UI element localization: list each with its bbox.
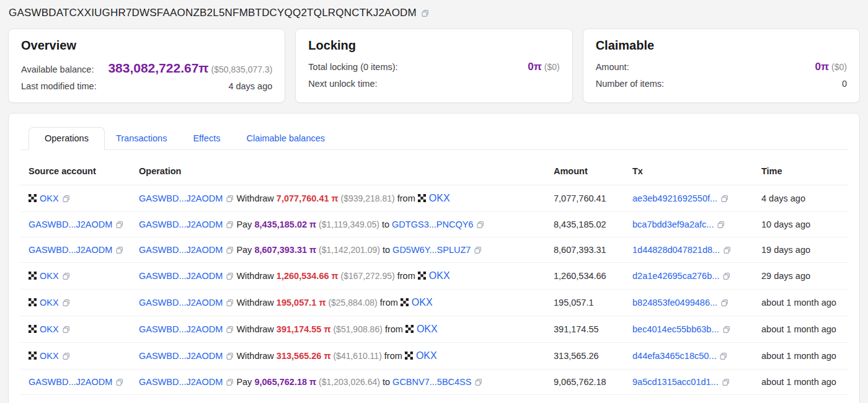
copy-icon[interactable] xyxy=(722,272,730,280)
tx-link[interactable]: d44efa3465c18c50... xyxy=(632,351,716,361)
tab-operations[interactable]: Operations xyxy=(29,127,105,150)
copy-icon[interactable] xyxy=(476,221,484,229)
copy-icon[interactable] xyxy=(226,195,234,203)
tx-link[interactable]: ae3eb4921692550f... xyxy=(632,193,717,203)
copy-icon[interactable] xyxy=(115,246,123,254)
okx-logo-icon xyxy=(29,272,37,280)
tx-link[interactable]: bca7bdd3ef9a2afc... xyxy=(632,219,714,229)
tx-link[interactable]: 9a5cd1315acc01d1... xyxy=(632,377,719,387)
okx-link[interactable]: OKX xyxy=(40,298,59,308)
copy-icon[interactable] xyxy=(723,246,731,254)
account-link[interactable]: GASWBD...J2AODM xyxy=(139,245,223,255)
tx-link[interactable]: b824853fe0499486... xyxy=(632,298,717,308)
tx-cell: b824853fe0499486... xyxy=(632,290,761,316)
last-modified-value: 4 days ago xyxy=(228,81,272,91)
tx-cell: 1d44828d047821d8... xyxy=(632,237,761,263)
copy-icon[interactable] xyxy=(226,299,234,307)
operation-text: from xyxy=(383,324,405,334)
account-link[interactable]: GASWBD...J2AODM xyxy=(139,324,223,334)
account-link[interactable]: GASWBD...J2AODM xyxy=(139,271,223,281)
operation-row: OKXGASWBD...J2AODM Withdraw 313,565.26 π… xyxy=(20,343,848,370)
claimable-items-value: 0 xyxy=(842,79,847,89)
tx-link[interactable]: d2a1e42695ca276b... xyxy=(632,271,719,281)
operation-usd-value: ($51,908.86) xyxy=(331,324,383,334)
copy-icon[interactable] xyxy=(226,272,234,280)
source-account-cell: GASWBD...J2AODM xyxy=(20,370,139,395)
operation-amount: 391,174.55 π xyxy=(277,324,331,334)
col-amount: Amount xyxy=(554,161,632,185)
copy-icon[interactable] xyxy=(720,195,728,203)
operation-text: Withdraw xyxy=(234,271,277,281)
account-link[interactable]: GDTGS3...PNCQY6 xyxy=(392,219,473,229)
copy-icon[interactable] xyxy=(62,299,70,307)
okx-link[interactable]: OKX xyxy=(40,351,59,361)
copy-icon[interactable] xyxy=(722,326,730,334)
account-link[interactable]: GASWBD...J2AODM xyxy=(29,219,112,229)
summary-cards: Overview Available balance: 383,082,722.… xyxy=(0,25,868,103)
account-link[interactable]: GCBNV7...5BC4SS xyxy=(392,377,471,387)
copy-icon[interactable] xyxy=(62,326,70,334)
copy-icon[interactable] xyxy=(115,221,123,229)
copy-icon[interactable] xyxy=(62,272,70,280)
col-operation: Operation xyxy=(139,161,554,185)
copy-icon[interactable] xyxy=(421,9,429,17)
okx-link[interactable]: OKX xyxy=(40,193,59,203)
okx-link[interactable]: OKX xyxy=(412,297,433,308)
copy-icon[interactable] xyxy=(226,352,234,360)
operation-amount: 313,565.26 π xyxy=(277,351,331,361)
col-source-account: Source account xyxy=(20,161,139,185)
operation-amount: 9,065,762.18 π xyxy=(254,377,316,387)
okx-logo-icon xyxy=(418,272,426,280)
operation-text: Pay xyxy=(234,219,254,229)
tab-claimable-balances[interactable]: Claimable balances xyxy=(246,128,325,149)
account-link[interactable]: GASWBD...J2AODM xyxy=(29,377,112,387)
tab-effects[interactable]: Effects xyxy=(193,128,220,149)
operation-text: to xyxy=(380,377,392,387)
copy-icon[interactable] xyxy=(720,299,728,307)
operation-text: to xyxy=(380,245,392,255)
copy-icon[interactable] xyxy=(474,378,482,386)
operation-usd-value: ($1,203,026.64) xyxy=(316,377,380,387)
operations-table: Source account Operation Amount Tx Time … xyxy=(20,161,848,395)
copy-icon[interactable] xyxy=(226,326,234,334)
copy-icon[interactable] xyxy=(226,378,234,386)
okx-link[interactable]: OKX xyxy=(416,350,437,361)
account-link[interactable]: GASWBD...J2AODM xyxy=(139,219,223,229)
tx-link[interactable]: bec4014ec55bb63b... xyxy=(632,324,719,334)
tx-cell: d2a1e42695ca276b... xyxy=(632,263,761,290)
copy-icon[interactable] xyxy=(62,352,70,360)
overview-card: Overview Available balance: 383,082,722.… xyxy=(8,29,285,103)
operation-text: Withdraw xyxy=(234,298,277,308)
okx-link[interactable]: OKX xyxy=(40,271,59,281)
tx-cell: d44efa3465c18c50... xyxy=(632,343,761,370)
account-link[interactable]: GASWBD...J2AODM xyxy=(139,377,223,387)
account-link[interactable]: GASWBD...J2AODM xyxy=(139,193,223,203)
account-link[interactable]: GASWBD...J2AODM xyxy=(139,298,223,308)
operation-usd-value: ($25,884.08) xyxy=(326,298,378,308)
copy-icon[interactable] xyxy=(474,246,482,254)
source-account-cell: OKX xyxy=(20,290,139,316)
okx-link[interactable]: OKX xyxy=(40,324,59,334)
next-unlock-label: Next unlock time: xyxy=(308,79,377,89)
account-link[interactable]: GASWBD...J2AODM xyxy=(139,351,223,361)
operation-usd-value: ($167,272.95) xyxy=(339,271,395,281)
operation-usd-value: ($1,142,201.09) xyxy=(316,245,380,255)
copy-icon[interactable] xyxy=(717,221,725,229)
locking-title: Locking xyxy=(308,38,559,53)
copy-icon[interactable] xyxy=(719,352,727,360)
copy-icon[interactable] xyxy=(722,378,730,386)
copy-icon[interactable] xyxy=(115,378,123,386)
okx-link[interactable]: OKX xyxy=(417,324,438,334)
okx-link[interactable]: OKX xyxy=(429,270,450,281)
tab-transactions[interactable]: Transactions xyxy=(116,128,167,149)
copy-icon[interactable] xyxy=(226,246,234,254)
account-link[interactable]: GASWBD...J2AODM xyxy=(29,245,112,255)
copy-icon[interactable] xyxy=(62,195,70,203)
account-link[interactable]: GD5W6Y...SPLUZ7 xyxy=(392,245,471,255)
operation-text: Withdraw xyxy=(234,351,277,361)
copy-icon[interactable] xyxy=(226,221,234,229)
tx-link[interactable]: 1d44828d047821d8... xyxy=(632,245,720,255)
okx-link[interactable]: OKX xyxy=(429,193,450,203)
okx-logo-icon xyxy=(405,325,414,333)
total-locking-usd: ($0) xyxy=(544,62,560,72)
